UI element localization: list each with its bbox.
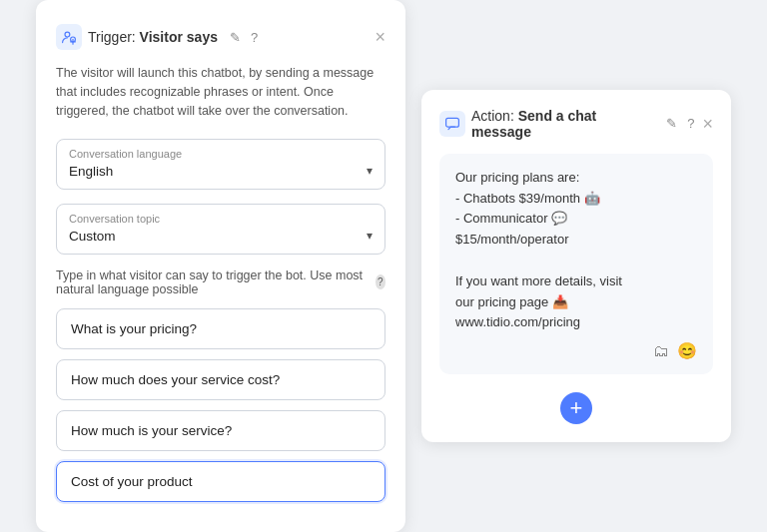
action-panel-title: Action: Send a chat message: [471, 108, 654, 140]
phrase-input-3[interactable]: [56, 461, 385, 502]
svg-point-0: [65, 33, 70, 38]
trigger-title-main: Visitor says: [140, 29, 218, 45]
phrases-help-icon[interactable]: ?: [376, 274, 385, 289]
phrases-section-label: Type in what visitor can say to trigger …: [56, 268, 385, 296]
topic-label: Conversation topic: [69, 213, 373, 225]
add-circle-icon: +: [560, 392, 592, 424]
action-title-actions: ✎ ?: [664, 114, 696, 133]
language-label: Conversation language: [69, 148, 373, 160]
phrase-input-2[interactable]: [56, 410, 385, 451]
trigger-edit-button[interactable]: ✎: [228, 28, 243, 47]
language-select[interactable]: English ▾: [69, 164, 373, 179]
action-panel: Action: Send a chat message ✎ ? × Our pr…: [421, 90, 731, 442]
language-field: Conversation language English ▾: [56, 139, 385, 190]
topic-field: Conversation topic Custom ▾: [56, 204, 385, 255]
action-title-prefix: Action:: [471, 108, 514, 124]
svg-rect-2: [446, 118, 459, 127]
topic-value: Custom: [69, 229, 116, 244]
trigger-close-button[interactable]: ×: [375, 28, 385, 46]
action-icon: [439, 111, 465, 137]
phrase-input-0[interactable]: [56, 308, 385, 349]
action-panel-header: Action: Send a chat message ✎ ? ×: [439, 108, 713, 140]
emoji-icon[interactable]: 😊: [677, 341, 697, 360]
topic-chevron-icon: ▾: [367, 229, 373, 243]
add-action-row: +: [439, 388, 713, 426]
message-content: Our pricing plans are: - Chatbots $39/mo…: [455, 168, 697, 333]
topic-select[interactable]: Custom ▾: [69, 229, 373, 244]
phrases-list: [56, 308, 385, 512]
phrases-label-text: Type in what visitor can say to trigger …: [56, 268, 371, 296]
trigger-icon: [56, 24, 82, 50]
trigger-description: The visitor will launch this chatbot, by…: [56, 64, 385, 120]
trigger-panel-title: Trigger: Visitor says: [88, 29, 218, 45]
action-edit-button[interactable]: ✎: [664, 114, 679, 133]
trigger-title-actions: ✎ ?: [228, 28, 260, 47]
action-help-button[interactable]: ?: [685, 114, 696, 133]
attach-icon[interactable]: 🗂: [653, 342, 669, 360]
message-action-bar: 🗂 😊: [455, 341, 697, 360]
message-bubble: Our pricing plans are: - Chatbots $39/mo…: [439, 154, 713, 374]
language-chevron-icon: ▾: [367, 164, 373, 178]
trigger-panel: Trigger: Visitor says ✎ ? × The visitor …: [36, 0, 405, 531]
action-close-button[interactable]: ×: [702, 115, 713, 133]
language-value: English: [69, 164, 113, 179]
trigger-help-button[interactable]: ?: [249, 28, 260, 47]
add-action-button[interactable]: +: [560, 392, 592, 424]
trigger-title-prefix: Trigger:: [88, 29, 136, 45]
trigger-panel-header: Trigger: Visitor says ✎ ? ×: [56, 24, 385, 50]
phrase-input-1[interactable]: [56, 359, 385, 400]
